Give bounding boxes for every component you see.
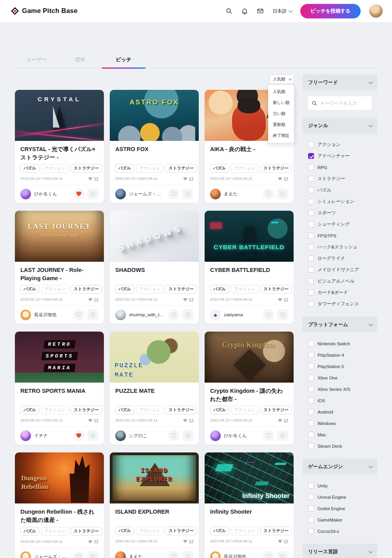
checkbox[interactable]: [308, 221, 314, 227]
memo-button[interactable]: [182, 309, 193, 320]
sort-option-updated[interactable]: 更新順: [268, 119, 294, 130]
pitch-card[interactable]: CYBER BATTLEFIELD CYBER BATTLEFIELD パズルア…: [205, 211, 294, 324]
checkbox[interactable]: [308, 409, 314, 415]
checkbox[interactable]: [308, 483, 314, 489]
memo-button[interactable]: [87, 430, 98, 441]
checkbox[interactable]: [308, 164, 314, 170]
genre-checkbox-row[interactable]: スポーツ: [307, 207, 372, 219]
author-avatar[interactable]: [210, 189, 221, 199]
author-name[interactable]: まえた: [224, 191, 260, 197]
section-engine[interactable]: ゲームエンジン: [303, 459, 377, 474]
tab-users[interactable]: ユーザー: [15, 52, 58, 68]
bell-icon[interactable]: [241, 7, 248, 15]
platform-checkbox-row[interactable]: Windows: [307, 418, 372, 429]
checkbox[interactable]: [308, 505, 314, 511]
pitch-card[interactable]: SHADOWS SHADOWS パズルアクションストラテジーその他 2023.0…: [110, 211, 199, 324]
genre-checkbox-row[interactable]: FPS/TPS: [307, 230, 372, 241]
sort-option-newest[interactable]: 新しい順: [268, 97, 294, 108]
author-name[interactable]: shurimp_with_tomato: [129, 312, 165, 317]
checkbox[interactable]: [308, 363, 314, 369]
platform-checkbox-row[interactable]: PlayStation 5: [307, 361, 372, 372]
pitch-card[interactable]: ISLANDEXPLORER ISLAND EXPLORER パズルアクションス…: [110, 452, 199, 558]
user-avatar[interactable]: [369, 4, 383, 18]
like-button[interactable]: [168, 188, 179, 199]
checkbox[interactable]: [308, 290, 314, 295]
post-pitch-button[interactable]: ピッチを投稿する: [300, 4, 361, 18]
author-name[interactable]: イチナ: [34, 433, 70, 439]
memo-button[interactable]: [182, 430, 193, 441]
author-name[interactable]: 長谷川智也: [34, 312, 70, 318]
memo-button[interactable]: [87, 551, 98, 558]
sort-option-ending-soon[interactable]: 終了間近: [268, 130, 294, 141]
sort-option-oldest[interactable]: 古い順: [268, 108, 294, 119]
checkbox[interactable]: [308, 187, 314, 193]
checkbox[interactable]: [308, 255, 314, 261]
like-button[interactable]: [73, 188, 84, 199]
author-name[interactable]: ジェームズ・フォール: [129, 191, 165, 197]
platform-checkbox-row[interactable]: Xbox One: [307, 372, 372, 383]
checkbox[interactable]: [308, 142, 314, 148]
memo-button[interactable]: [182, 551, 193, 558]
like-button[interactable]: [263, 551, 274, 558]
checkbox[interactable]: [308, 267, 314, 273]
language-selector[interactable]: 日本語: [272, 8, 292, 15]
engine-checkbox-row[interactable]: Godot Engine: [307, 503, 372, 514]
checkbox[interactable]: [308, 244, 314, 250]
genre-checkbox-row[interactable]: ビジュアルノベル: [307, 275, 372, 287]
checkbox[interactable]: [308, 443, 314, 449]
section-genre[interactable]: ジャンル: [303, 118, 377, 133]
genre-checkbox-row[interactable]: タワーディフェンス: [307, 298, 372, 310]
checkbox[interactable]: [308, 153, 314, 159]
engine-checkbox-row[interactable]: Unity: [307, 480, 372, 491]
author-name[interactable]: ひかるくん: [224, 433, 260, 439]
memo-button[interactable]: [182, 188, 193, 199]
like-button[interactable]: [263, 309, 274, 320]
engine-checkbox-row[interactable]: Unreal Engine: [307, 491, 372, 503]
tab-pitches[interactable]: ピッチ: [102, 52, 145, 68]
genre-checkbox-row[interactable]: アクション: [307, 139, 372, 150]
author-avatar[interactable]: [115, 189, 126, 199]
checkbox[interactable]: [308, 420, 314, 426]
checkbox[interactable]: [308, 199, 314, 204]
author-avatar[interactable]: [20, 551, 31, 558]
tab-organizations[interactable]: 団体: [58, 52, 102, 68]
checkbox[interactable]: [308, 301, 314, 307]
memo-button[interactable]: [277, 188, 288, 199]
checkbox[interactable]: [308, 375, 314, 381]
genre-checkbox-row[interactable]: カード&ボード: [307, 287, 372, 298]
platform-checkbox-row[interactable]: PlayStation 4: [307, 349, 372, 361]
checkbox[interactable]: [308, 398, 314, 403]
author-avatar[interactable]: [20, 189, 31, 199]
author-avatar[interactable]: [20, 430, 31, 441]
memo-button[interactable]: [87, 309, 98, 320]
author-avatar[interactable]: [20, 310, 31, 320]
author-name[interactable]: ジェームズ・フォール: [34, 554, 70, 558]
like-button[interactable]: [263, 430, 274, 441]
keyword-input[interactable]: [320, 101, 368, 106]
author-avatar[interactable]: [115, 551, 126, 558]
sort-select[interactable]: 人気順: [270, 75, 294, 84]
checkbox[interactable]: [308, 341, 314, 346]
platform-checkbox-row[interactable]: Mac: [307, 429, 372, 440]
like-button[interactable]: [73, 430, 84, 441]
mail-icon[interactable]: [257, 7, 264, 15]
pitch-card[interactable]: CRYSTAL CRYSTAL - 光で導くパズル×ストラテジー - パズルアク…: [15, 90, 104, 203]
genre-checkbox-row[interactable]: ハック&スラッシュ: [307, 241, 372, 253]
genre-checkbox-row[interactable]: メイロイドヴァニア: [307, 264, 372, 275]
memo-button[interactable]: [277, 430, 288, 441]
like-button[interactable]: [263, 188, 274, 199]
genre-checkbox-row[interactable]: シミュレーション: [307, 196, 372, 207]
pitch-card[interactable]: DungeonRebellion Dungeon Rebellion - 残され…: [15, 452, 104, 558]
genre-checkbox-row[interactable]: ローグライク: [307, 253, 372, 264]
checkbox[interactable]: [308, 210, 314, 216]
author-avatar[interactable]: [115, 430, 126, 441]
checkbox[interactable]: [308, 432, 314, 438]
sort-option-popular[interactable]: 人気順: [268, 86, 294, 97]
genre-checkbox-row[interactable]: パズル: [307, 184, 372, 196]
engine-checkbox-row[interactable]: GameMaker: [307, 514, 372, 525]
author-name[interactable]: zakiyama: [224, 312, 260, 317]
checkbox[interactable]: [308, 386, 314, 392]
platform-checkbox-row[interactable]: Xbox Series X/S: [307, 383, 372, 395]
author-name[interactable]: 長谷川智也: [224, 554, 260, 558]
checkbox[interactable]: [308, 233, 314, 239]
